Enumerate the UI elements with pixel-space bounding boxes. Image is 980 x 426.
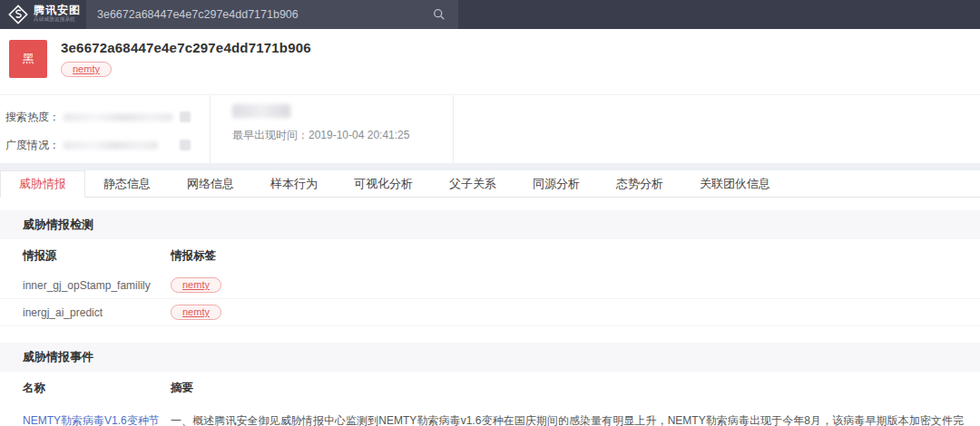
event-row: NEMTY勒索病毒V1.6变种节日期间高发 企业用户须小心防范 一、概述腾讯安全…: [0, 404, 980, 426]
detection-section-title: 威胁情报检测: [0, 210, 980, 239]
breadth-redacted-badge: [180, 140, 191, 150]
tab-static-info[interactable]: 静态信息: [85, 170, 169, 197]
search-heat-redacted-badge: [180, 111, 191, 122]
events-table-header: 名称 摘要: [0, 372, 980, 404]
tab-related-gang-info[interactable]: 关联团伙信息: [681, 170, 789, 197]
tab-network-info[interactable]: 网络信息: [169, 170, 252, 197]
col-event-summary: 摘要: [171, 381, 980, 396]
tab-threat-intel[interactable]: 威胁情报: [0, 170, 85, 198]
redacted-title-block: [232, 104, 290, 118]
search-heat-label: 搜索热度：: [5, 110, 64, 125]
app-title: 腾讯安图: [34, 5, 92, 16]
tab-visual-analysis[interactable]: 可视化分析: [336, 170, 431, 197]
breadth-redacted-bar: [64, 141, 158, 150]
sample-hash-title: 3e6672a68447e4e7c297e4dd7171b906: [61, 40, 311, 55]
event-name-link[interactable]: NEMTY勒索病毒V1.6变种节日期间高发 企业用户须小心防范: [23, 412, 171, 426]
event-summary-text: 一、概述腾讯安全御见威胁情报中心监测到NEMTY勒索病毒v1.6变种在国庆期间的…: [171, 412, 980, 426]
stats-column: 搜索热度： 广度情况：: [0, 95, 211, 163]
family-tag-link[interactable]: nemty: [61, 62, 112, 77]
sample-header-card: 黑 3e6672a68447e4e7c297e4dd7171b906 nemty: [0, 29, 980, 94]
tab-homology-analysis[interactable]: 同源分析: [514, 170, 598, 197]
detection-row: inner_gj_opStamp_familily nemty: [0, 272, 980, 299]
tab-sample-behavior[interactable]: 样本行为: [252, 170, 336, 197]
app-subtitle: 高级威胁追溯系统: [34, 17, 75, 23]
intel-source-value: inner_gj_opStamp_familily: [23, 279, 171, 292]
antu-diamond-logo-icon: [8, 5, 28, 24]
intel-source-value: inergj_ai_predict: [23, 306, 171, 319]
col-event-name: 名称: [23, 381, 171, 396]
breadth-label: 广度情况：: [5, 138, 64, 153]
intel-tag-link[interactable]: nemty: [171, 277, 221, 293]
col-intel-tag: 情报标签: [171, 248, 980, 264]
col-intel-source: 情报源: [23, 248, 171, 264]
search-box: [86, 0, 458, 29]
first-seen-column: 最早出现时间：2019-10-04 20:41:25: [211, 95, 454, 163]
section-gap: [0, 163, 980, 170]
detection-table-header: 情报源 情报标签: [0, 239, 980, 272]
verdict-badge: 黑: [9, 40, 47, 78]
intel-tag-link[interactable]: nemty: [171, 305, 221, 320]
first-seen-label: 最早出现时间：: [232, 129, 309, 141]
detail-tabbar: 威胁情报 静态信息 网络信息 样本行为 可视化分析 父子关系 同源分析 态势分析…: [0, 170, 980, 198]
search-icon[interactable]: [431, 6, 447, 23]
tab-content: 威胁情报检测 情报源 情报标签 inner_gj_opStamp_familil…: [0, 198, 980, 426]
detection-row: inergj_ai_predict nemty: [0, 299, 980, 326]
app-logo[interactable]: 腾讯安图 高级威胁追溯系统: [0, 0, 86, 29]
tab-trend-analysis[interactable]: 态势分析: [598, 170, 681, 197]
stats-empty-area: [454, 95, 980, 163]
events-section-title: 威胁情报事件: [0, 343, 980, 372]
tab-parent-child[interactable]: 父子关系: [431, 170, 514, 197]
first-seen-value: 2019-10-04 20:41:25: [309, 129, 409, 141]
top-bar: 腾讯安图 高级威胁追溯系统: [0, 0, 980, 29]
search-heat-redacted-bar: [64, 113, 172, 121]
search-input[interactable]: [97, 8, 431, 21]
sample-stats-row: 搜索热度： 广度情况： 最早出现时间：2019-10-04 20:41:25: [0, 94, 980, 163]
